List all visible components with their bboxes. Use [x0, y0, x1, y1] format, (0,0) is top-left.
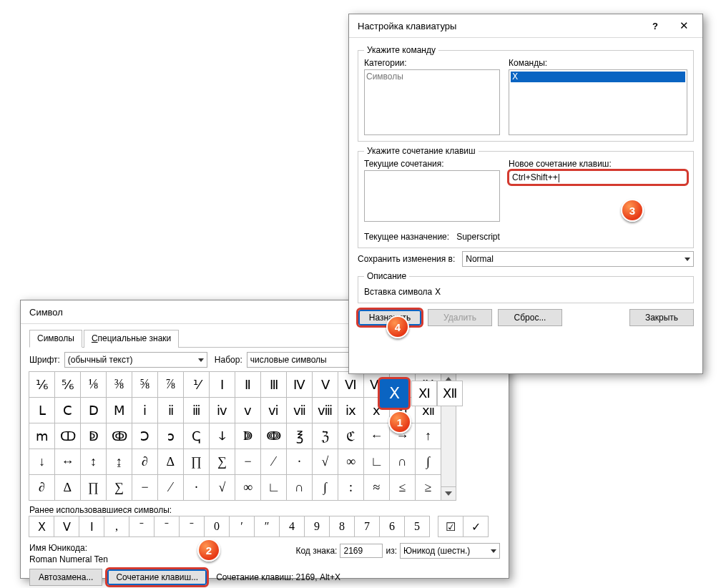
symbol-cell[interactable]: ∂ — [29, 474, 55, 501]
recent-symbol[interactable]: ‚ — [104, 516, 129, 537]
symbol-cell[interactable]: ← — [363, 423, 390, 449]
close-icon[interactable]: ✕ — [670, 14, 698, 37]
code-input[interactable]: 2169 — [340, 544, 383, 558]
symbol-cell[interactable]: ∟ — [260, 474, 287, 501]
symbol-cell[interactable]: ↇ — [235, 423, 261, 449]
font-select[interactable]: (обычный текст) — [64, 352, 207, 368]
help-button[interactable]: ? — [641, 14, 670, 37]
symbol-cell[interactable]: ⅳ — [209, 397, 235, 423]
symbol-cell[interactable]: ⅚ — [54, 371, 81, 398]
symbol-cell[interactable]: ⅙ — [29, 371, 55, 398]
recent-symbol[interactable]: ″ — [254, 516, 280, 537]
symbol-cell[interactable]: Ⅿ — [106, 397, 132, 423]
shortcut-key-button[interactable]: Сочетание клавиш... — [107, 569, 207, 586]
symbol-cell[interactable]: ⅵ — [260, 397, 287, 423]
symbol-cell[interactable]: ⅱ — [157, 397, 184, 423]
recent-symbol[interactable]: ☑ — [438, 516, 464, 537]
symbol-cell[interactable]: ℨ — [312, 423, 338, 449]
recent-symbol[interactable]: 7 — [354, 516, 380, 537]
symbol-cell[interactable]: √ — [312, 449, 338, 475]
save-changes-select[interactable]: Normal — [462, 251, 694, 267]
recent-symbol[interactable]: 0 — [204, 516, 230, 537]
recent-symbol[interactable]: 6 — [379, 516, 405, 537]
symbol-cell[interactable]: Ⅼ — [29, 397, 55, 423]
recent-symbol[interactable]: ˉ — [154, 516, 180, 537]
symbol-cell[interactable]: ∑ — [209, 449, 235, 475]
symbol-cell[interactable]: ⅿ — [29, 423, 55, 449]
symbol-cell[interactable]: ⅴ — [235, 397, 261, 423]
symbol-cell[interactable]: √ — [209, 474, 235, 501]
symbol-cell[interactable]: ⅶ — [286, 397, 313, 423]
recent-symbol[interactable]: 8 — [329, 516, 355, 537]
symbol-cell[interactable]: ∞ — [338, 449, 364, 475]
symbol-cell[interactable]: ⅰ — [132, 397, 158, 423]
symbol-cell[interactable]: ↔ — [54, 449, 81, 475]
recent-symbol[interactable]: ✓ — [463, 516, 489, 537]
recent-symbol[interactable]: 9 — [304, 516, 330, 537]
symbol-cell[interactable]: Ⅲ — [260, 371, 287, 398]
symbol-cell[interactable]: ↆ — [209, 423, 235, 449]
categories-list[interactable]: Символы — [364, 69, 500, 135]
symbol-cell[interactable]: ↓ — [29, 449, 55, 475]
current-keys-list[interactable] — [364, 170, 500, 222]
symbol-cell[interactable]: : — [338, 474, 364, 501]
recent-symbol[interactable]: 5 — [404, 516, 430, 537]
recent-symbol[interactable]: 4 — [279, 516, 305, 537]
symbol-cell[interactable]: ↂ — [106, 423, 132, 449]
symbol-cell[interactable]: Ⅽ — [54, 397, 81, 423]
close-button[interactable]: Закрыть — [629, 309, 694, 326]
symbol-cell[interactable]: ∩ — [286, 474, 313, 501]
tab-special-chars[interactable]: Специальные знаки — [84, 330, 179, 348]
tab-symbols[interactable]: Символы — [29, 330, 82, 348]
selected-symbol-highlight[interactable]: Ⅹ — [379, 378, 409, 408]
recent-symbol[interactable]: ˉ — [179, 516, 205, 537]
symbol-cell[interactable]: ↅ — [183, 423, 210, 449]
symbol-cell[interactable]: ↑ — [415, 423, 441, 449]
symbol-cell[interactable]: ⅟ — [183, 371, 210, 398]
delete-button[interactable]: Удалить — [428, 309, 492, 326]
symbol-cell[interactable]: ⅝ — [132, 371, 158, 398]
symbol-cell[interactable]: Ⅻ — [437, 381, 463, 406]
symbol-cell[interactable]: ∆ — [157, 449, 184, 475]
symbol-cell[interactable]: Ⅰ — [209, 371, 235, 398]
symbol-cell[interactable]: ∙ — [286, 449, 313, 475]
symbol-cell[interactable]: ≤ — [389, 474, 416, 501]
symbol-cell[interactable]: ↁ — [80, 423, 107, 449]
recent-symbol[interactable]: ′ — [229, 516, 255, 537]
symbol-cell[interactable]: ⅜ — [106, 371, 132, 398]
symbol-cell[interactable]: Ⅾ — [80, 397, 107, 423]
scroll-down-button[interactable] — [441, 486, 456, 500]
symbol-cell[interactable]: ≈ — [363, 474, 390, 501]
recent-symbol[interactable]: ˉ — [129, 516, 154, 537]
reset-button[interactable]: Сброс... — [498, 309, 562, 326]
recent-symbol[interactable]: Ⅴ — [54, 516, 79, 537]
symbol-cell[interactable]: ∂ — [132, 449, 158, 475]
symbol-cell[interactable]: Ⅳ — [286, 371, 313, 398]
symbol-cell[interactable]: ⅸ — [338, 397, 364, 423]
symbol-cell[interactable]: ↕ — [80, 449, 107, 475]
recent-symbol[interactable]: Ⅰ — [79, 516, 104, 537]
symbol-cell[interactable]: ⅲ — [183, 397, 210, 423]
symbol-cell[interactable]: − — [235, 449, 261, 475]
symbol-cell[interactable]: ↄ — [157, 423, 184, 449]
symbol-cell[interactable]: Ⅵ — [338, 371, 364, 398]
commands-list[interactable]: Ⅹ — [509, 69, 687, 135]
symbol-cell[interactable]: Ⅱ — [235, 371, 261, 398]
symbol-cell[interactable]: ⅷ — [312, 397, 338, 423]
symbol-cell[interactable]: ∫ — [415, 449, 441, 475]
symbol-cell[interactable]: Ⅺ — [411, 381, 437, 406]
symbol-cell[interactable]: ∟ — [363, 449, 390, 475]
symbol-cell[interactable]: ∞ — [235, 474, 261, 501]
symbol-cell[interactable]: ∏ — [80, 474, 107, 501]
from-select[interactable]: Юникод (шестн.) — [400, 543, 500, 559]
symbol-cell[interactable]: ∕ — [260, 449, 287, 475]
symbol-cell[interactable]: ∆ — [54, 474, 81, 501]
symbol-cell[interactable]: ∫ — [312, 474, 338, 501]
symbol-cell[interactable]: − — [132, 474, 158, 501]
recent-symbol[interactable]: Ⅹ — [29, 516, 54, 537]
autocorrect-button[interactable]: Автозамена... — [29, 569, 102, 586]
symbol-cell[interactable]: ≥ — [415, 474, 441, 501]
symbol-cell[interactable]: ↈ — [260, 423, 287, 449]
symbol-cell[interactable]: ℭ — [338, 423, 364, 449]
symbol-cell[interactable]: ⅞ — [157, 371, 184, 398]
